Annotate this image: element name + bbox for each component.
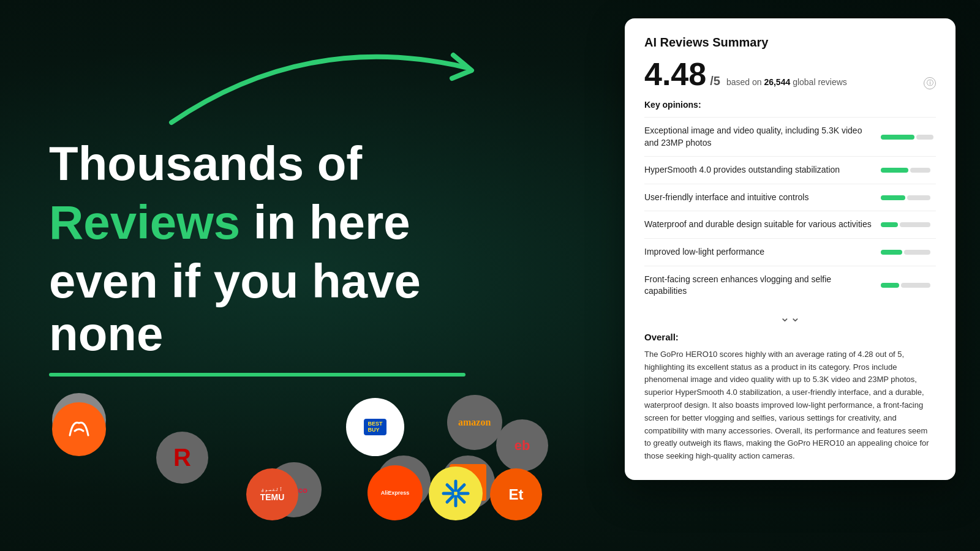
svg-line-12 — [458, 485, 464, 491]
rating-value: 4.48 — [644, 58, 706, 90]
headline-reviews: Reviews — [49, 195, 240, 249]
headline-in-here: in here — [240, 195, 410, 249]
opinion-item-4: Waterproof and durable design suitable f… — [644, 211, 936, 238]
svg-text:amazon: amazon — [458, 417, 491, 427]
opinion-bar-6 — [881, 283, 936, 288]
opinion-bar-2 — [881, 168, 936, 173]
bar-gray-3 — [907, 195, 930, 200]
headline-text-1: Thousands of — [49, 137, 362, 190]
svg-line-11 — [458, 496, 464, 502]
logo-eb: eb — [496, 419, 548, 471]
overall-label: Overall: — [644, 332, 936, 342]
bar-gray-6 — [901, 283, 930, 288]
bar-gray-1 — [916, 135, 933, 140]
opinion-text-6: Front-facing screen enhances vlogging an… — [644, 274, 873, 298]
logo-aliexpress2: AliExpress — [368, 465, 423, 520]
logos-area: a R Costco BESTBUY TARGET THEHOMEDEPOT a… — [0, 380, 514, 551]
logo-amazon: amazon — [447, 395, 502, 450]
rating-meta: based on 26,544 global reviews — [726, 77, 847, 87]
opinion-text-4: Waterproof and durable design suitable f… — [644, 219, 873, 231]
bar-gray-5 — [904, 250, 930, 255]
opinion-item-5: Improved low-light performance — [644, 238, 936, 266]
headline-line1: Thousands of — [49, 138, 453, 190]
logo-bestbuy: BESTBUY — [346, 398, 404, 456]
logo-rakuten: R — [156, 432, 208, 484]
opinion-item-2: HyperSmooth 4.0 provides outstanding sta… — [644, 156, 936, 184]
bar-green-3 — [881, 195, 905, 200]
overall-text: The GoPro HERO10 scores highly with an a… — [644, 348, 936, 463]
headline-line2: Reviews in here — [49, 197, 453, 249]
opinion-item-1: Exceptional image and video quality, inc… — [644, 117, 936, 156]
ai-reviews-card: AI Reviews Summary 4.48 /5 based on 26,5… — [625, 18, 956, 480]
opinion-bar-5 — [881, 250, 936, 255]
key-opinions-label: Key opinions: — [644, 100, 936, 110]
rating-denom: /5 — [710, 74, 720, 88]
subline: even if you have none — [49, 255, 453, 361]
svg-line-10 — [447, 485, 453, 491]
svg-line-13 — [447, 496, 453, 502]
bar-green-1 — [881, 135, 914, 140]
opinion-bar-3 — [881, 195, 936, 200]
logo-temu: ٱلتسوق TEMU — [246, 468, 298, 520]
logo-walmart — [429, 467, 483, 520]
opinion-text-3: User-friendly interface and intuitive co… — [644, 192, 873, 204]
opinion-bar-1 — [881, 135, 936, 140]
bar-gray-4 — [900, 222, 930, 227]
opinion-bar-4 — [881, 222, 936, 227]
bar-green-5 — [881, 250, 902, 255]
bar-gray-2 — [910, 168, 930, 173]
expand-icon[interactable]: ⌄⌄ — [644, 305, 936, 329]
rating-row: 4.48 /5 based on 26,544 global reviews ⓘ — [644, 58, 936, 90]
card-title: AI Reviews Summary — [644, 36, 936, 50]
opinion-text-5: Improved low-light performance — [644, 246, 873, 258]
opinion-text-2: HyperSmooth 4.0 provides outstanding sta… — [644, 164, 873, 176]
info-icon[interactable]: ⓘ — [924, 77, 936, 89]
bar-green-4 — [881, 222, 898, 227]
bar-green-6 — [881, 283, 899, 288]
subline-text: even if you have none — [49, 254, 421, 361]
opinion-item-3: User-friendly interface and intuitive co… — [644, 184, 936, 211]
logo-etsy: Et — [490, 468, 542, 520]
logo-ali2 — [52, 402, 106, 456]
opinion-item-6: Front-facing screen enhances vlogging an… — [644, 266, 936, 305]
underline-bar — [49, 373, 466, 377]
bar-green-2 — [881, 168, 908, 173]
opinion-text-1: Exceptional image and video quality, inc… — [644, 125, 873, 149]
